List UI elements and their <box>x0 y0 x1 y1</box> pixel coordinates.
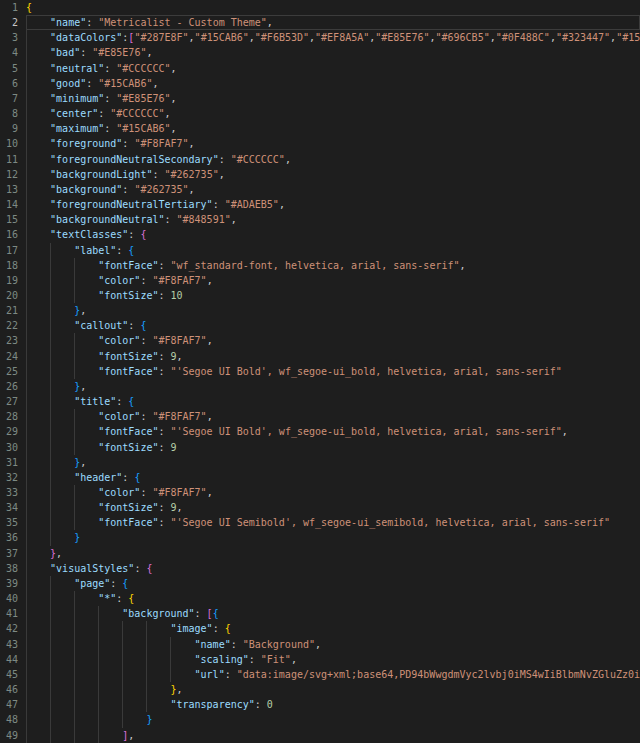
line-number[interactable]: 37 <box>0 546 18 561</box>
code-line[interactable]: 35"fontFace": "'Segoe UI Semibold', wf_s… <box>0 515 640 530</box>
line-number[interactable]: 35 <box>0 515 18 530</box>
code-line[interactable]: 21}, <box>0 303 640 318</box>
code-line[interactable]: 46}, <box>0 682 640 697</box>
code-line[interactable]: 9"maximum": "#15CAB6", <box>0 121 640 136</box>
code-line[interactable]: 36} <box>0 530 640 545</box>
line-number[interactable]: 15 <box>0 212 18 227</box>
line-number[interactable]: 2 <box>0 15 18 30</box>
line-number[interactable]: 31 <box>0 455 18 470</box>
line-number[interactable]: 28 <box>0 409 18 424</box>
line-number[interactable]: 7 <box>0 91 18 106</box>
line-number[interactable]: 23 <box>0 333 18 348</box>
code-line[interactable]: 12"backgroundLight": "#262735", <box>0 167 640 182</box>
code-line[interactable]: 34"fontSize": 9, <box>0 500 640 515</box>
code-line[interactable]: 33"color": "#F8FAF7", <box>0 485 640 500</box>
line-number[interactable]: 38 <box>0 561 18 576</box>
code-line[interactable]: 40"*": { <box>0 591 640 606</box>
line-number[interactable]: 27 <box>0 394 18 409</box>
line-number[interactable]: 21 <box>0 303 18 318</box>
code-line[interactable]: 17"label": { <box>0 243 640 258</box>
line-number[interactable]: 42 <box>0 621 18 636</box>
code-line[interactable]: 43"name": "Background", <box>0 637 640 652</box>
line-number[interactable]: 6 <box>0 76 18 91</box>
line-number[interactable]: 34 <box>0 500 18 515</box>
code-line[interactable]: 15"backgroundNeutral": "#848591", <box>0 212 640 227</box>
code-line[interactable]: 31}, <box>0 455 640 470</box>
code-line-active[interactable]: 2"name": "Metricalist - Custom Theme", <box>0 15 640 30</box>
indent-guides <box>26 136 50 151</box>
code-line[interactable]: 6"good": "#15CAB6", <box>0 76 640 91</box>
line-number[interactable]: 3 <box>0 30 18 45</box>
line-number[interactable]: 33 <box>0 485 18 500</box>
code-line[interactable]: 38"visualStyles": { <box>0 561 640 576</box>
line-number[interactable]: 16 <box>0 227 18 242</box>
line-number[interactable]: 39 <box>0 576 18 591</box>
code-line[interactable]: 4"bad": "#E85E76", <box>0 45 640 60</box>
line-number[interactable]: 4 <box>0 45 18 60</box>
code-line[interactable]: 27"title": { <box>0 394 640 409</box>
code-line[interactable]: 23"color": "#F8FAF7", <box>0 333 640 348</box>
code-line[interactable]: 49], <box>0 728 640 743</box>
line-number[interactable]: 49 <box>0 728 18 743</box>
code-line[interactable]: 7"minimum": "#E85E76", <box>0 91 640 106</box>
line-number[interactable]: 29 <box>0 424 18 439</box>
line-number[interactable]: 18 <box>0 258 18 273</box>
line-number[interactable]: 5 <box>0 61 18 76</box>
line-number[interactable]: 48 <box>0 712 18 727</box>
code-line[interactable]: 16"textClasses": { <box>0 227 640 242</box>
line-number[interactable]: 30 <box>0 440 18 455</box>
code-line[interactable]: 3"dataColors":["#287E8F","#15CAB6","#F6B… <box>0 30 640 45</box>
line-number[interactable]: 20 <box>0 288 18 303</box>
code-line[interactable]: 10"foreground": "#F8FAF7", <box>0 136 640 151</box>
line-number[interactable]: 14 <box>0 197 18 212</box>
line-number[interactable]: 26 <box>0 379 18 394</box>
code-line[interactable]: 8"center": "#CCCCCC", <box>0 106 640 121</box>
code-line[interactable]: 39"page": { <box>0 576 640 591</box>
code-line[interactable]: 25"fontFace": "'Segoe UI Bold', wf_segoe… <box>0 364 640 379</box>
code-line[interactable]: 44"scaling": "Fit", <box>0 652 640 667</box>
line-number[interactable]: 19 <box>0 273 18 288</box>
code-line[interactable]: 18"fontFace": "wf_standard-font, helveti… <box>0 258 640 273</box>
line-number[interactable]: 36 <box>0 530 18 545</box>
line-number[interactable]: 1 <box>0 0 18 15</box>
line-number[interactable]: 22 <box>0 318 18 333</box>
line-number[interactable]: 17 <box>0 243 18 258</box>
code-line[interactable]: 29"fontFace": "'Segoe UI Bold', wf_segoe… <box>0 424 640 439</box>
code-line[interactable]: 11"foregroundNeutralSecondary": "#CCCCCC… <box>0 152 640 167</box>
line-number[interactable]: 11 <box>0 152 18 167</box>
code-line[interactable]: 13"background": "#262735", <box>0 182 640 197</box>
line-number[interactable]: 45 <box>0 667 18 682</box>
code-line[interactable]: 45"url": "data:image/svg+xml;base64,PD94… <box>0 667 640 682</box>
code-line[interactable]: 22"callout": { <box>0 318 640 333</box>
line-number[interactable]: 25 <box>0 364 18 379</box>
code-line[interactable]: 48} <box>0 712 640 727</box>
line-number[interactable]: 46 <box>0 682 18 697</box>
code-line[interactable]: 32"header": { <box>0 470 640 485</box>
line-number[interactable]: 24 <box>0 349 18 364</box>
line-number[interactable]: 32 <box>0 470 18 485</box>
line-number[interactable]: 12 <box>0 167 18 182</box>
code-line[interactable]: 42"image": { <box>0 621 640 636</box>
line-number[interactable]: 41 <box>0 606 18 621</box>
code-line[interactable]: 37}, <box>0 546 640 561</box>
line-number[interactable]: 9 <box>0 121 18 136</box>
line-number[interactable]: 47 <box>0 697 18 712</box>
line-number[interactable]: 10 <box>0 136 18 151</box>
code-line[interactable]: 14"foregroundNeutralTertiary": "#ADAEB5"… <box>0 197 640 212</box>
code-line[interactable]: 41"background": [{ <box>0 606 640 621</box>
code-line[interactable]: 19"color": "#F8FAF7", <box>0 273 640 288</box>
code-line[interactable]: 26}, <box>0 379 640 394</box>
code-line[interactable]: 47"transparency": 0 <box>0 697 640 712</box>
code-line[interactable]: 24"fontSize": 9, <box>0 349 640 364</box>
code-line[interactable]: 28"color": "#F8FAF7", <box>0 409 640 424</box>
code-line[interactable]: 5"neutral": "#CCCCCC", <box>0 61 640 76</box>
line-number[interactable]: 8 <box>0 106 18 121</box>
line-number[interactable]: 44 <box>0 652 18 667</box>
code-line[interactable]: 1{ <box>0 0 640 15</box>
code-line[interactable]: 20"fontSize": 10 <box>0 288 640 303</box>
line-number[interactable]: 13 <box>0 182 18 197</box>
line-number[interactable]: 40 <box>0 591 18 606</box>
code-editor[interactable]: 1{2"name": "Metricalist - Custom Theme",… <box>0 0 640 743</box>
line-number[interactable]: 43 <box>0 637 18 652</box>
code-line[interactable]: 30"fontSize": 9 <box>0 440 640 455</box>
